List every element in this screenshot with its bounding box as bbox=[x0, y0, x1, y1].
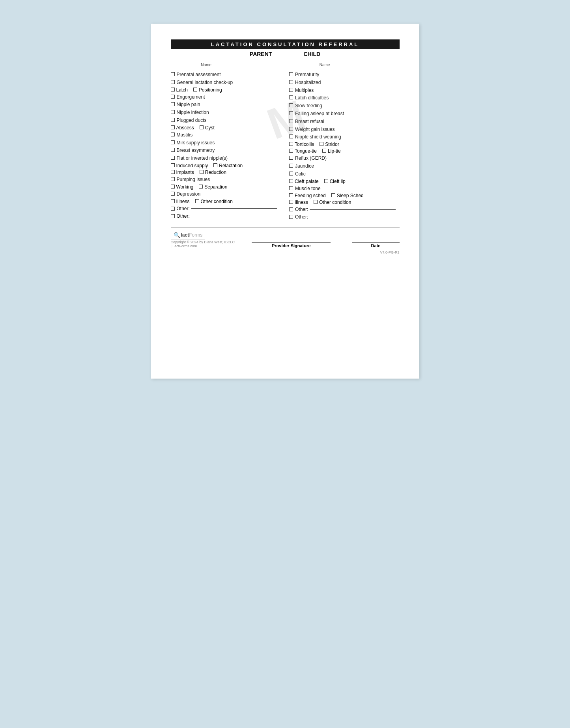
checkbox-reflux[interactable] bbox=[289, 156, 293, 160]
list-item: Falling asleep at breast bbox=[289, 110, 396, 117]
date-block: Date bbox=[352, 242, 400, 248]
checkbox-separation[interactable] bbox=[199, 185, 203, 189]
list-item: Slow feeding bbox=[289, 103, 396, 109]
other-input-1-c[interactable] bbox=[310, 209, 395, 210]
signature-line[interactable] bbox=[252, 242, 331, 243]
list-item: Reflux (GERD) bbox=[289, 155, 396, 162]
date-line[interactable] bbox=[352, 242, 400, 243]
checkbox-illness-c[interactable] bbox=[289, 200, 293, 204]
checkbox-abscess[interactable] bbox=[171, 125, 175, 129]
checkbox-multiples[interactable] bbox=[289, 88, 293, 92]
other-line-2-c: Other: bbox=[289, 214, 396, 220]
version-text: V7.0-PG-R2 bbox=[380, 250, 399, 254]
checkbox-induced[interactable] bbox=[171, 163, 175, 167]
checkbox-cleft-palate[interactable] bbox=[289, 179, 293, 183]
other-input-1-p[interactable] bbox=[191, 208, 277, 209]
checkbox-implants[interactable] bbox=[171, 170, 175, 174]
checkbox-milk-supply[interactable] bbox=[171, 140, 175, 144]
other-line-1-c: Other: bbox=[289, 207, 396, 212]
parent-column: Name Prenatal assessment General lactati… bbox=[171, 63, 281, 222]
checkbox-muscle-tone[interactable] bbox=[289, 186, 293, 190]
parent-name-line: Name bbox=[171, 63, 242, 68]
checkbox-plugged[interactable] bbox=[171, 118, 175, 122]
checkbox-hospitalized[interactable] bbox=[289, 80, 293, 84]
checkbox-mastitis[interactable] bbox=[171, 133, 175, 136]
checkbox-falling-asleep[interactable] bbox=[289, 111, 293, 115]
list-item: Milk supply issues bbox=[171, 140, 277, 146]
footer-bottom: V7.0-PG-R2 bbox=[171, 250, 400, 254]
checkbox-cleft-lip[interactable] bbox=[324, 179, 328, 183]
list-item: Illness Other condition bbox=[171, 199, 277, 204]
other-input-2-c[interactable] bbox=[310, 217, 395, 217]
checkbox-colic[interactable] bbox=[289, 172, 293, 175]
checkbox-lip-tie[interactable] bbox=[322, 149, 326, 153]
child-label: CHILD bbox=[303, 51, 320, 57]
list-item: Torticollis Stridor bbox=[289, 142, 396, 147]
logo-area: 🔍 lactForms Copyright © 2024 by Diana We… bbox=[171, 231, 236, 248]
checkbox-prematurity[interactable] bbox=[289, 72, 293, 76]
list-item: Plugged ducts bbox=[171, 117, 277, 124]
checkbox-reduction[interactable] bbox=[200, 170, 204, 174]
checkbox-slow-feeding[interactable] bbox=[289, 103, 293, 107]
checkbox-pumping[interactable] bbox=[171, 177, 175, 181]
list-item: Tongue-tie Lip-tie bbox=[289, 148, 396, 154]
checkbox-stridor[interactable] bbox=[320, 142, 323, 146]
checkbox-illness-p[interactable] bbox=[171, 199, 175, 203]
list-item: Engorgement bbox=[171, 94, 277, 101]
list-item: Pumping issues bbox=[171, 176, 277, 183]
checkbox-torticollis[interactable] bbox=[289, 142, 293, 146]
logo-box: 🔍 lactForms bbox=[171, 231, 206, 239]
list-item: Latch Positioning bbox=[171, 87, 277, 93]
checkbox-nipple-infection[interactable] bbox=[171, 110, 175, 114]
list-item: Nipple infection bbox=[171, 109, 277, 116]
list-item: Flat or inverted nipple(s) bbox=[171, 155, 277, 162]
checkbox-other1-p[interactable] bbox=[171, 207, 175, 211]
list-item: Cleft palate Cleft lip bbox=[289, 179, 396, 184]
footer-divider bbox=[171, 227, 400, 228]
logo-icon: 🔍 bbox=[174, 232, 180, 238]
signature-label: Provider Signature bbox=[272, 243, 310, 248]
checkbox-other2-c[interactable] bbox=[289, 215, 293, 219]
checkbox-other1-c[interactable] bbox=[289, 207, 293, 211]
signature-block: Provider Signature bbox=[252, 242, 331, 248]
checkbox-other-condition-p[interactable] bbox=[195, 199, 199, 203]
other-input-2-p[interactable] bbox=[191, 216, 277, 216]
child-name-line: Name bbox=[289, 63, 360, 68]
checkbox-flat-nipple[interactable] bbox=[171, 156, 175, 160]
list-item: Abscess Cyst bbox=[171, 125, 277, 131]
list-item: Feeding sched Sleep Sched bbox=[289, 193, 396, 198]
list-item: Induced supply Relactation bbox=[171, 163, 277, 168]
list-item: Muscle tone bbox=[289, 185, 396, 192]
logo-text: lactForms bbox=[181, 232, 203, 238]
list-item: Nipple shield weaning bbox=[289, 134, 396, 140]
checkbox-depression[interactable] bbox=[171, 192, 175, 196]
list-item: Working Separation bbox=[171, 184, 277, 190]
checkbox-other-condition-c[interactable] bbox=[314, 200, 318, 204]
checkbox-jaundice[interactable] bbox=[289, 164, 293, 168]
checkbox-positioning[interactable] bbox=[193, 88, 197, 91]
checkbox-latch-diff[interactable] bbox=[289, 95, 293, 99]
checkbox-nipple-shield[interactable] bbox=[289, 134, 293, 138]
checkbox-breast-asym[interactable] bbox=[171, 148, 175, 152]
column-divider bbox=[285, 63, 285, 222]
checkbox-tongue-tie[interactable] bbox=[289, 149, 293, 153]
subtitle-row: PARENT CHILD bbox=[171, 51, 400, 57]
checkbox-working[interactable] bbox=[171, 185, 175, 189]
checkbox-general[interactable] bbox=[171, 80, 175, 84]
checkbox-latch[interactable] bbox=[171, 88, 175, 91]
checkbox-weight[interactable] bbox=[289, 127, 293, 131]
checkbox-cyst[interactable] bbox=[200, 125, 204, 129]
list-item: Colic bbox=[289, 171, 396, 177]
checkbox-breast-refusal[interactable] bbox=[289, 119, 293, 123]
checkbox-other2-p[interactable] bbox=[171, 214, 175, 218]
checkbox-sleep-sched[interactable] bbox=[331, 193, 335, 197]
list-item: Implants Reduction bbox=[171, 170, 277, 175]
date-label: Date bbox=[371, 243, 381, 248]
checkbox-prenatal[interactable] bbox=[171, 72, 175, 76]
checkbox-nipple-pain[interactable] bbox=[171, 102, 175, 106]
checkbox-engorgement[interactable] bbox=[171, 95, 175, 99]
checkbox-relactation[interactable] bbox=[213, 163, 217, 167]
checkbox-feeding-sched[interactable] bbox=[289, 193, 293, 197]
list-item: Hospitalized bbox=[289, 79, 396, 86]
list-item: Breast asymmetry bbox=[171, 147, 277, 154]
